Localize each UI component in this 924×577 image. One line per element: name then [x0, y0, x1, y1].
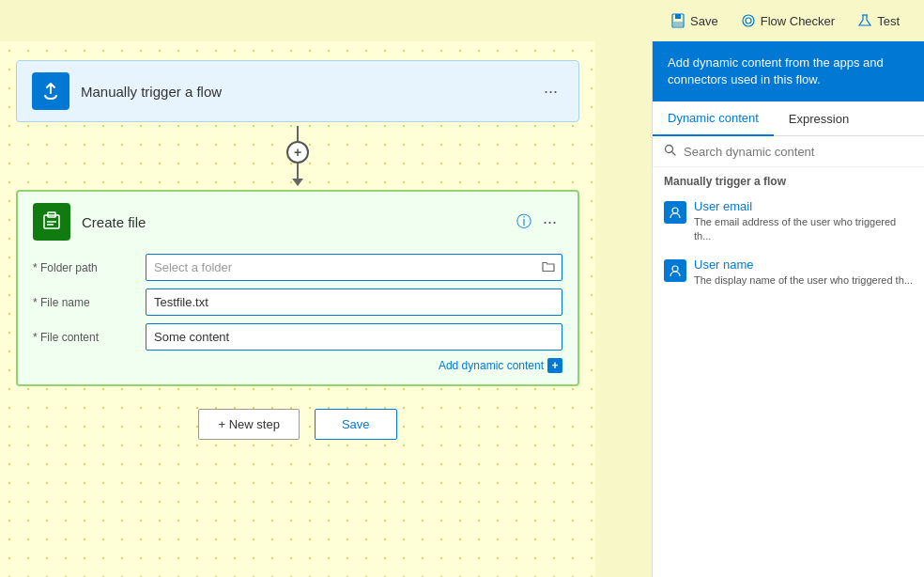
toolbar: Save Flow Checker Test	[646, 0, 924, 41]
svg-point-4	[746, 18, 751, 23]
test-label: Test	[877, 14, 900, 28]
file-name-input[interactable]	[146, 288, 562, 316]
user-name-desc: The display name of the user who trigger…	[694, 273, 913, 287]
user-name-content: User name The display name of the user w…	[694, 257, 913, 287]
svg-rect-1	[675, 14, 681, 19]
add-dynamic-plus-icon: +	[547, 358, 562, 373]
svg-point-3	[743, 15, 754, 26]
file-name-label: * File name	[33, 296, 146, 309]
add-dynamic-content-button[interactable]: Add dynamic content +	[439, 358, 562, 373]
add-connector-button[interactable]: +	[286, 141, 309, 164]
search-icon	[664, 144, 676, 159]
folder-browse-icon	[542, 259, 555, 275]
user-email-content: User email The email address of the user…	[694, 199, 913, 242]
action-header: Create file ⓘ ···	[33, 203, 562, 241]
trigger-icon-box	[32, 72, 69, 110]
panel-search	[653, 136, 924, 167]
flow-checker-label: Flow Checker	[761, 14, 835, 28]
trigger-card: Manually trigger a flow ···	[16, 60, 579, 122]
trigger-menu-button[interactable]: ···	[538, 80, 563, 103]
user-email-icon	[664, 201, 686, 224]
action-card: Create file ⓘ ··· * Folder path * File n…	[16, 190, 579, 386]
file-name-row: * File name	[33, 288, 562, 316]
save-icon	[670, 13, 685, 28]
add-dynamic-row: Add dynamic content +	[33, 358, 562, 373]
panel-item-user-name[interactable]: User name The display name of the user w…	[653, 250, 924, 294]
tab-dynamic-content[interactable]: Dynamic content	[653, 101, 774, 136]
connector: +	[286, 126, 309, 186]
connector-line-bottom	[297, 164, 299, 179]
folder-path-row: * Folder path	[33, 254, 562, 281]
save-button[interactable]: Save	[661, 8, 728, 34]
add-dynamic-label: Add dynamic content	[439, 359, 544, 372]
connector-arrow	[292, 179, 303, 186]
trigger-title: Manually trigger a flow	[81, 84, 538, 100]
action-title: Create file	[82, 214, 511, 230]
user-email-desc: The email address of the user who trigge…	[694, 215, 913, 242]
folder-path-wrapper	[146, 254, 562, 281]
save-label: Save	[690, 14, 718, 28]
panel-scroll-area: Manually trigger a flow User email The e…	[653, 167, 924, 577]
file-content-row: * File content	[33, 323, 562, 351]
svg-point-12	[672, 208, 678, 213]
connector-line-top	[297, 126, 299, 141]
panel-header-text: Add dynamic content from the apps and co…	[668, 55, 884, 86]
action-menu-button[interactable]: ···	[537, 211, 562, 234]
dynamic-content-search-input[interactable]	[684, 145, 913, 159]
user-name-icon	[664, 259, 686, 282]
folder-path-label: * Folder path	[33, 261, 146, 274]
panel-tabs: Dynamic content Expression	[653, 101, 924, 136]
tab-expression[interactable]: Expression	[774, 101, 864, 135]
action-info-button[interactable]: ⓘ	[511, 211, 537, 234]
canvas: Manually trigger a flow ··· + Create fil…	[0, 41, 595, 577]
bottom-actions: + New step Save	[198, 409, 396, 440]
test-icon	[857, 13, 872, 28]
file-content-wrapper	[146, 323, 562, 351]
svg-line-11	[672, 152, 676, 156]
right-panel: Add dynamic content from the apps and co…	[652, 41, 924, 577]
svg-rect-2	[673, 22, 683, 26]
test-button[interactable]: Test	[848, 8, 909, 34]
user-email-title: User email	[694, 199, 913, 213]
file-content-input[interactable]	[146, 323, 562, 351]
flow-checker-button[interactable]: Flow Checker	[732, 8, 844, 34]
file-name-wrapper	[146, 288, 562, 316]
panel-item-user-email[interactable]: User email The email address of the user…	[653, 192, 924, 250]
file-content-label: * File content	[33, 331, 146, 344]
svg-point-13	[672, 266, 678, 272]
flow-checker-icon	[741, 13, 756, 28]
panel-header: Add dynamic content from the apps and co…	[653, 41, 924, 101]
action-icon-box	[33, 203, 70, 241]
new-step-button[interactable]: + New step	[198, 409, 299, 440]
panel-section-title: Manually trigger a flow	[653, 167, 924, 192]
bottom-save-button[interactable]: Save	[315, 409, 397, 440]
folder-path-input[interactable]	[146, 254, 562, 281]
user-name-title: User name	[694, 257, 913, 272]
